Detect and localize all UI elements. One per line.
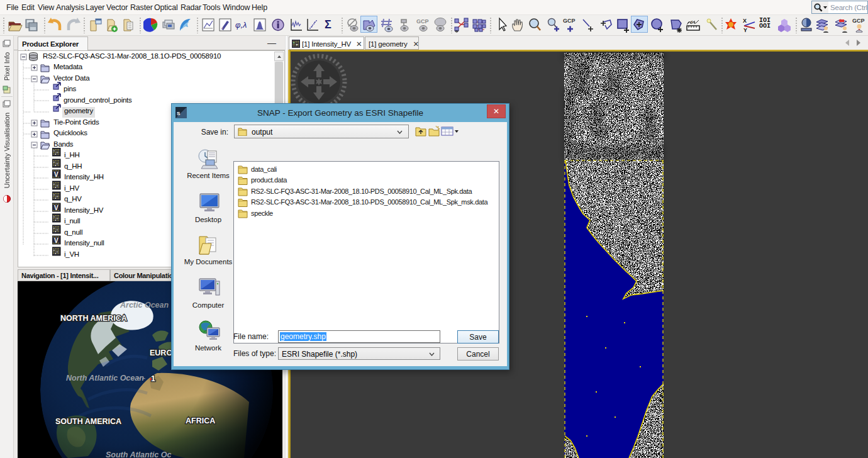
svg-text:AFRICA: AFRICA bbox=[186, 416, 215, 425]
svg-text:GCP: GCP bbox=[563, 18, 576, 24]
svg-text:S: S bbox=[177, 111, 181, 116]
svg-text:1: 1 bbox=[151, 374, 155, 383]
svg-text:South Atlantic Oc: South Atlantic Oc bbox=[106, 450, 171, 458]
svg-text:SOUTH AMERICA: SOUTH AMERICA bbox=[55, 417, 121, 426]
svg-text:North Atlantic Ocean: North Atlantic Ocean bbox=[66, 374, 144, 383]
svg-text:NORTH AMERICA: NORTH AMERICA bbox=[60, 314, 127, 323]
svg-text:GCP: GCP bbox=[416, 18, 429, 25]
svg-text:?: ? bbox=[691, 20, 694, 25]
svg-text:Y: Y bbox=[743, 27, 747, 33]
svg-text:X: X bbox=[743, 18, 747, 24]
svg-text:Arctic Ocean: Arctic Ocean bbox=[120, 301, 169, 310]
svg-text:GCP: GCP bbox=[852, 18, 865, 24]
